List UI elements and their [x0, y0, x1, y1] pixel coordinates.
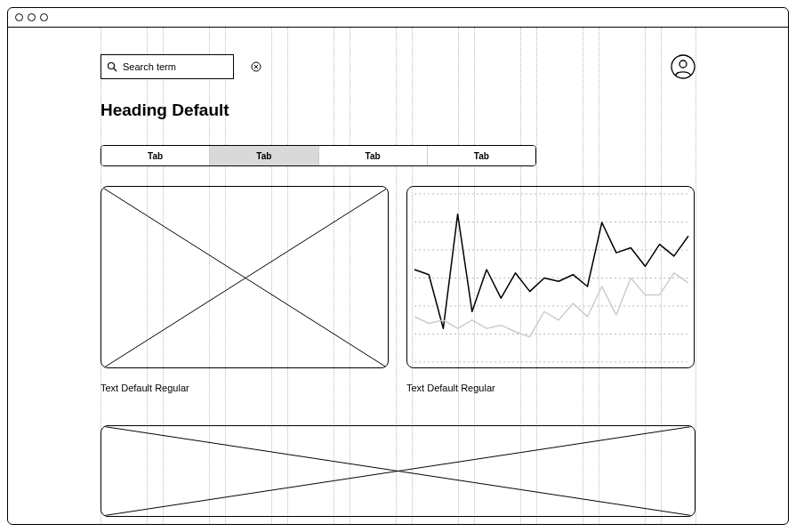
svg-line-7 [101, 187, 389, 368]
svg-point-1 [679, 60, 687, 68]
tab-0[interactable]: Tab [101, 146, 209, 165]
placeholder-cross-icon [101, 187, 389, 368]
wide-placeholder[interactable] [101, 425, 695, 517]
card-0: Text Default Regular [101, 186, 389, 393]
page: Heading Default Tab Tab Tab Tab T [8, 28, 788, 517]
search-input[interactable] [123, 61, 245, 72]
tab-2[interactable]: Tab [318, 146, 427, 165]
search-input-container[interactable] [101, 54, 234, 79]
placeholder-cross-icon [101, 426, 695, 516]
user-avatar[interactable] [671, 54, 695, 79]
tab-1[interactable]: Tab [209, 146, 318, 165]
tab-bar: Tab Tab Tab Tab [101, 145, 536, 166]
line-chart [407, 187, 695, 368]
card-row: Text Default Regular Text Default Regula… [101, 186, 695, 393]
tab-3[interactable]: Tab [427, 146, 535, 165]
user-icon [671, 54, 695, 79]
window-titlebar [8, 8, 788, 28]
card-0-label: Text Default Regular [101, 383, 389, 393]
window-close-button[interactable] [15, 13, 23, 21]
content-area: Heading Default Tab Tab Tab Tab T [8, 28, 788, 524]
svg-line-3 [114, 69, 117, 71]
image-placeholder[interactable] [101, 186, 389, 368]
search-icon [107, 61, 117, 72]
card-1: Text Default Regular [406, 186, 695, 393]
svg-point-0 [671, 55, 695, 78]
app-window: Heading Default Tab Tab Tab Tab T [7, 7, 789, 525]
svg-point-2 [109, 63, 115, 69]
card-1-label: Text Default Regular [406, 383, 695, 393]
chart-container[interactable] [406, 186, 695, 368]
page-title: Heading Default [101, 101, 695, 120]
window-minimize-button[interactable] [28, 13, 36, 21]
window-zoom-button[interactable] [40, 13, 48, 21]
clear-icon[interactable] [251, 61, 261, 72]
